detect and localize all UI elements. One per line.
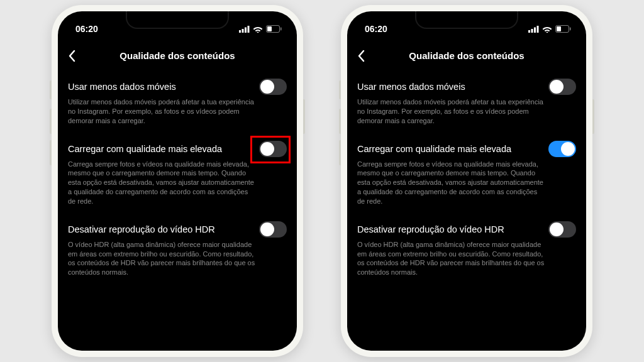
setting-title: Usar menos dados móveis xyxy=(68,82,252,92)
svg-rect-12 xyxy=(557,26,561,31)
setting-desc: Carrega sempre fotos e vídeos na qualida… xyxy=(68,160,287,206)
setting-desc: O vídeo HDR (alta gama dinâmica) oferece… xyxy=(68,240,287,277)
setting-desc: Utilizar menos dados móveis poderá afeta… xyxy=(357,97,576,126)
setting-desc: Carrega sempre fotos e vídeos na qualida… xyxy=(357,160,576,206)
phone-mockup-right: 06:20 Qualidade dos conteúdos xyxy=(341,5,592,357)
setting-title: Desativar reprodução do vídeo HDR xyxy=(357,224,541,234)
setting-desc: O vídeo HDR (alta gama dinâmica) oferece… xyxy=(357,240,576,277)
cellular-signal-icon xyxy=(239,26,250,33)
setting-title: Usar menos dados móveis xyxy=(357,82,541,92)
status-indicators xyxy=(239,25,282,33)
status-time: 06:20 xyxy=(365,24,387,34)
svg-rect-1 xyxy=(242,29,244,33)
toggle-high-quality[interactable] xyxy=(259,141,287,157)
status-time: 06:20 xyxy=(75,24,98,34)
svg-rect-8 xyxy=(531,29,533,33)
svg-rect-3 xyxy=(248,26,250,33)
screen-left: 06:20 Qualidade dos conteúdos xyxy=(58,11,297,351)
setting-disable-hdr: Desativar reprodução do vídeo HDR O víde… xyxy=(68,215,287,286)
notch xyxy=(415,11,518,29)
cellular-signal-icon xyxy=(528,26,539,33)
svg-rect-6 xyxy=(280,28,282,31)
back-icon[interactable] xyxy=(68,50,75,62)
status-indicators xyxy=(528,25,571,33)
svg-rect-9 xyxy=(534,27,536,33)
setting-title: Carregar com qualidade mais elevada xyxy=(357,144,541,154)
svg-rect-2 xyxy=(245,27,247,33)
toggle-disable-hdr[interactable] xyxy=(259,221,287,238)
nav-header: Qualidade dos conteúdos xyxy=(347,43,586,69)
page-title: Qualidade dos conteúdos xyxy=(409,50,524,61)
setting-high-quality: Carregar com qualidade mais elevada Carr… xyxy=(357,134,576,215)
setting-desc: Utilizar menos dados móveis poderá afeta… xyxy=(68,97,287,126)
svg-rect-10 xyxy=(537,26,539,33)
toggle-high-quality[interactable] xyxy=(548,141,576,157)
setting-disable-hdr: Desativar reprodução do vídeo HDR O víde… xyxy=(357,215,576,286)
toggle-use-less-data[interactable] xyxy=(259,79,287,95)
svg-rect-13 xyxy=(570,28,571,31)
toggle-use-less-data[interactable] xyxy=(548,79,576,95)
page-title: Qualidade dos conteúdos xyxy=(119,50,235,61)
setting-title: Carregar com qualidade mais elevada xyxy=(68,144,252,154)
wifi-icon xyxy=(253,26,263,33)
wifi-icon xyxy=(542,26,552,33)
nav-header: Qualidade dos conteúdos xyxy=(58,43,297,69)
setting-use-less-data: Usar menos dados móveis Utilizar menos d… xyxy=(357,72,576,134)
svg-rect-5 xyxy=(267,26,272,31)
setting-use-less-data: Usar menos dados móveis Utilizar menos d… xyxy=(68,72,287,134)
back-icon[interactable] xyxy=(357,50,365,62)
notch xyxy=(126,11,229,29)
svg-rect-0 xyxy=(239,30,241,33)
svg-rect-7 xyxy=(528,30,530,33)
battery-icon xyxy=(266,25,282,33)
battery-icon xyxy=(555,25,571,33)
screen-right: 06:20 Qualidade dos conteúdos xyxy=(347,11,586,351)
setting-high-quality: Carregar com qualidade mais elevada Carr… xyxy=(68,134,287,215)
phone-mockup-left: 06:20 Qualidade dos conteúdos xyxy=(52,5,303,357)
setting-title: Desativar reprodução do vídeo HDR xyxy=(68,224,252,234)
toggle-disable-hdr[interactable] xyxy=(548,221,576,238)
